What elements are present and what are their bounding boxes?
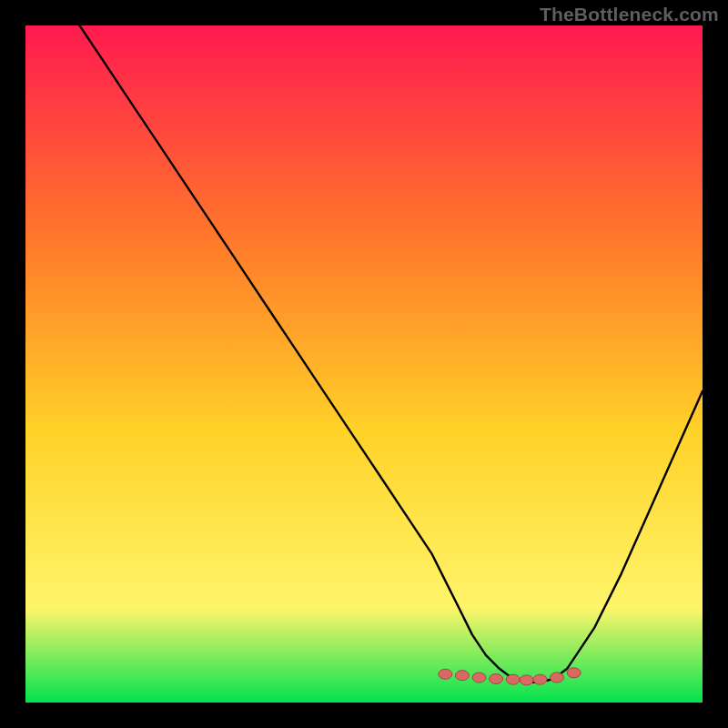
marker-point	[567, 668, 581, 678]
marker-point	[520, 675, 533, 685]
marker-point	[490, 674, 503, 684]
marker-point	[506, 674, 520, 684]
marker-point	[455, 671, 469, 681]
plot-area	[25, 25, 703, 703]
plot-svg	[25, 25, 703, 703]
marker-point	[439, 669, 452, 679]
gradient-background	[25, 25, 703, 703]
marker-point	[533, 674, 547, 684]
marker-point	[472, 672, 486, 682]
chart-frame: TheBottleneck.com	[0, 0, 728, 728]
marker-point	[551, 672, 564, 682]
watermark-text: TheBottleneck.com	[540, 4, 719, 25]
